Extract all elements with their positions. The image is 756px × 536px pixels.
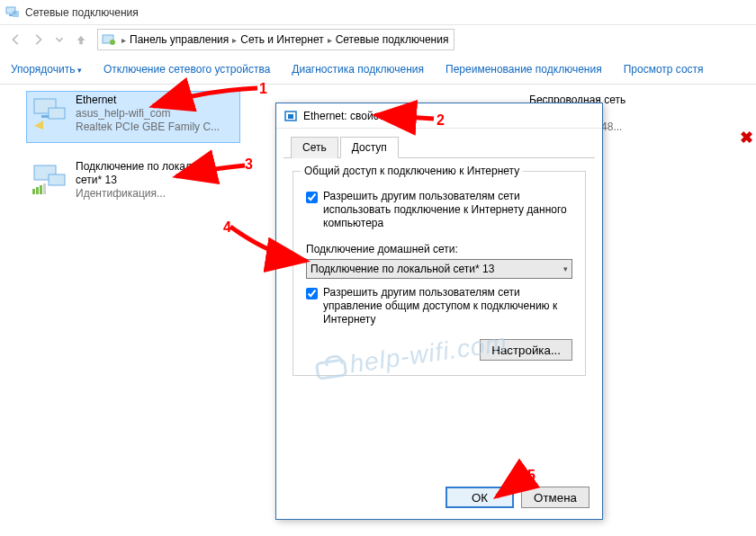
explorer-titlebar: Сетевые подключения	[0, 0, 756, 25]
network-connections-icon	[5, 5, 20, 20]
ethernet-properties-dialog: Ethernet: свойства Сеть Доступ Общий дос…	[275, 103, 603, 520]
annotation-number-5: 5	[527, 468, 536, 484]
disabled-x-icon: ✖	[740, 128, 753, 147]
back-arrow-icon[interactable]	[5, 29, 27, 50]
dialog-title: Ethernet: свойства	[303, 110, 395, 122]
connection-item-local13[interactable]: Подключение по локальной сети* 13 Иденти…	[27, 158, 239, 209]
dropdown-history-icon[interactable]	[49, 29, 70, 50]
chevron-right-icon[interactable]: ▸	[328, 35, 332, 45]
svg-rect-9	[49, 174, 65, 185]
breadcrumb[interactable]: ▸ Панель управления ▸ Сеть и Интернет ▸ …	[97, 29, 454, 50]
connection-item-ethernet[interactable]: Ethernet asus_help-wifi_com Realtek PCIe…	[27, 92, 239, 142]
navigation-bar: ▸ Панель управления ▸ Сеть и Интернет ▸ …	[0, 25, 756, 54]
svg-rect-15	[288, 114, 293, 119]
breadcrumb-item[interactable]: Панель управления	[128, 33, 230, 46]
rename-button[interactable]: Переименование подключения	[446, 63, 602, 76]
connection-status: Идентификация...	[76, 187, 236, 201]
svg-rect-11	[36, 187, 39, 194]
tab-network[interactable]: Сеть	[291, 137, 338, 158]
lan-icon	[31, 160, 68, 198]
connection-name: Ethernet	[76, 94, 220, 107]
dialog-tabs: Сеть Доступ	[284, 129, 595, 158]
organize-button[interactable]: Упорядочить	[11, 63, 82, 76]
connection-device: Realtek PCIe GBE Family C...	[76, 121, 220, 134]
home-network-label: Подключение домашней сети:	[306, 243, 572, 255]
forward-arrow-icon[interactable]	[27, 29, 49, 50]
svg-rect-12	[40, 185, 42, 194]
control-panel-icon	[102, 32, 116, 47]
view-status-button[interactable]: Просмотр состя	[624, 63, 704, 76]
router-icon	[315, 358, 347, 380]
annotation-number-3: 3	[245, 156, 253, 173]
ethernet-port-icon	[284, 109, 298, 123]
svg-rect-10	[32, 189, 35, 194]
annotation-number-1: 1	[259, 81, 267, 97]
chevron-down-icon: ▾	[563, 264, 568, 273]
command-bar: Упорядочить Отключение сетевого устройст…	[0, 54, 756, 85]
svg-rect-13	[43, 183, 46, 194]
allow-control-label: Разрешить другим пользователям сети упра…	[323, 286, 572, 326]
chevron-right-icon[interactable]: ▸	[122, 35, 126, 45]
chevron-right-icon[interactable]: ▸	[232, 35, 237, 45]
disable-device-button[interactable]: Отключение сетевого устройства	[104, 63, 270, 76]
ethernet-icon	[31, 94, 68, 131]
group-title: Общий доступ к подключению к Интернету	[301, 165, 523, 177]
cancel-button[interactable]: Отмена	[521, 487, 590, 508]
allow-control-checkbox[interactable]	[306, 288, 318, 299]
annotation-number-2: 2	[436, 112, 445, 129]
ok-button[interactable]: ОК	[446, 487, 514, 508]
home-network-value: Подключение по локальной сети* 13	[310, 263, 494, 275]
breadcrumb-item[interactable]: Сетевые подключения	[334, 33, 451, 46]
svg-rect-1	[9, 14, 13, 16]
home-network-select[interactable]: Подключение по локальной сети* 13 ▾	[306, 259, 572, 279]
svg-rect-7	[49, 108, 65, 119]
svg-rect-2	[13, 11, 19, 17]
allow-share-checkbox[interactable]	[306, 192, 318, 203]
connection-status: asus_help-wifi_com	[76, 107, 220, 121]
allow-share-label: Разрешить другим пользователям сети испо…	[323, 190, 572, 230]
diagnose-button[interactable]: Диагностика подключения	[292, 63, 424, 76]
svg-point-4	[110, 40, 115, 45]
connection-name: Подключение по локальной сети* 13	[76, 160, 236, 187]
annotation-number-4: 4	[223, 219, 231, 236]
tab-sharing[interactable]: Доступ	[340, 137, 399, 158]
breadcrumb-item[interactable]: Сеть и Интернет	[238, 33, 325, 46]
window-title: Сетевые подключения	[25, 6, 139, 19]
svg-rect-6	[41, 115, 49, 118]
up-arrow-icon[interactable]	[70, 29, 92, 50]
